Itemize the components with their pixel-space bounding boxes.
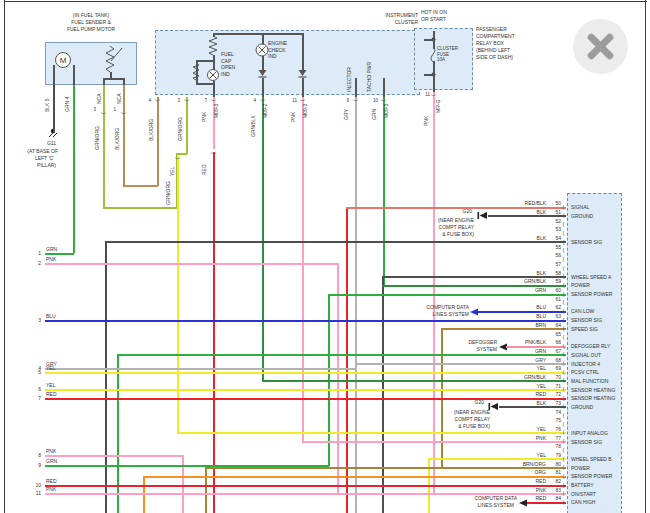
ecu-pin-bracket: ( [563, 490, 565, 496]
left-stub-number: 6 [31, 387, 41, 392]
diagram-label: TACHO PWR [367, 62, 372, 92]
wire [117, 354, 119, 513]
ecu-pin-number: 69 [548, 366, 561, 371]
left-stub-number: 9 [31, 463, 41, 468]
ecu-pin-number: 81 [548, 470, 561, 475]
ecu-pin-number: 55 [548, 245, 561, 250]
wire [433, 61, 435, 92]
ecu-pin-number: 57 [548, 262, 561, 267]
ecu-wire-color: RED [500, 496, 546, 501]
ecu-pin-bracket: ( [563, 351, 565, 357]
ecu-wire-color: RED/BLK [500, 201, 546, 206]
ecu-pin-number: 74 [548, 410, 561, 415]
diagram-label: G20 [475, 400, 484, 405]
wire [213, 152, 215, 513]
ecu-pin-bracket: ( [563, 212, 565, 218]
ecu-pin-function: CAN HIGH [571, 500, 595, 505]
ecu-wire-color: PNK [500, 488, 546, 493]
diagram-label: PASSENGER [476, 27, 507, 32]
ecu-wire-color: BLK [500, 401, 546, 406]
ecu-pin-number: 75 [548, 418, 561, 423]
diagram-label: G11 [47, 141, 56, 146]
wire [196, 60, 198, 84]
ecu-pin-function: CAN LOW [571, 309, 594, 314]
connector-mark: ( [121, 112, 126, 114]
diagram-label: M09-2 [263, 104, 268, 118]
ecu-pin-number: 52 [548, 219, 561, 224]
diagram-label: 11 [292, 99, 297, 104]
ecu-pin-number: 53 [548, 227, 561, 232]
diagram-label: IND [221, 72, 230, 77]
ecu-pin-number: 82 [548, 479, 561, 484]
connector-mark: ( [300, 99, 305, 101]
ecu-wire-color: ORG [500, 470, 546, 475]
diagram-label: (BEHIND LEFT [476, 48, 510, 53]
ecu-wire-color: RED [500, 392, 546, 397]
wire [45, 263, 338, 265]
ecu-pin-number: 60 [548, 288, 561, 293]
ecu-pin-number: 77 [548, 436, 561, 441]
connector-mark: ( [381, 99, 386, 101]
left-stub-number: 1 [31, 251, 41, 256]
ecu-pin-function: SENSOR HEATING [571, 388, 615, 393]
diagram-label: GRN/ORG [178, 117, 183, 141]
ecu-wire-color: GRN/BLK [500, 375, 546, 380]
ecu-pin-bracket: ( [563, 421, 565, 427]
ecu-wire-color: YEL [500, 453, 546, 458]
wire [205, 467, 207, 513]
ecu-pin-bracket: ( [563, 247, 565, 253]
ecu-pin-number: 63 [548, 314, 561, 319]
diagram-label: PNK [424, 116, 429, 126]
diagram-label: GRN/ORG [166, 181, 171, 205]
ecu-pin-function: SENSOR POWER [571, 474, 612, 479]
wire [103, 78, 124, 80]
close-button[interactable] [573, 19, 628, 74]
fuel-level-resistor [100, 44, 126, 74]
wire [157, 97, 159, 186]
ecu-pin-function: SENSOR POWER [571, 292, 612, 297]
diagram-label: GRN/BLK [251, 115, 256, 137]
wire [262, 97, 264, 381]
wire [177, 432, 566, 434]
ecu-pin-number: 64 [548, 323, 561, 328]
ecu-pin-number: 70 [548, 375, 561, 380]
ecu-pin-function: WHEEL SPEED A [571, 275, 611, 280]
left-stub-number: 11 [31, 491, 41, 496]
ecu-pin-number: 56 [548, 253, 561, 258]
ecu-wire-color: RED [500, 479, 546, 484]
wire [105, 241, 107, 513]
diagram-label: MR-G [436, 100, 441, 113]
wire [424, 39, 433, 41]
ecu-pin-bracket: ( [563, 291, 565, 297]
diagram-label: SYSTEM [476, 347, 497, 352]
diagram-label: OR START [421, 17, 446, 22]
ecu-pin-number: 59 [548, 279, 561, 284]
diagram-label: (NEAR ENGINE [454, 410, 490, 415]
wire [441, 328, 566, 330]
connector-mark: ( [260, 99, 265, 101]
ecu-pin-number: 54 [548, 236, 561, 241]
left-stub-wire-color: RED [46, 392, 57, 397]
ecu-pin-number: 84 [548, 496, 561, 501]
diagram-label: COMPARTMENT [476, 34, 515, 39]
left-stub-number: 7 [31, 396, 41, 401]
ecu-pin-function: SENSOR HEATING [571, 396, 615, 401]
ecu-wire-color: GRY [500, 358, 546, 363]
frame-right [645, 0, 647, 513]
wire [355, 78, 357, 97]
wire [196, 83, 213, 85]
diagram-label: IND [268, 54, 277, 59]
wire [45, 398, 566, 400]
wire [105, 241, 566, 243]
wire [262, 380, 566, 382]
ecu-pin-bracket: ( [563, 282, 565, 288]
ecu-wire-color: PNK [500, 436, 546, 441]
diagram-label: GRN [372, 109, 377, 120]
ecu-pin-function: BATTERY [571, 483, 594, 488]
ecu-pin-bracket: ( [563, 369, 565, 375]
ecu-pin-bracket: ( [563, 299, 565, 305]
left-stub-wire-color: YEL [46, 383, 55, 388]
wire [143, 476, 145, 513]
diagram-label: INJECTOR [347, 67, 352, 92]
diagram-label: 10 [373, 99, 378, 104]
